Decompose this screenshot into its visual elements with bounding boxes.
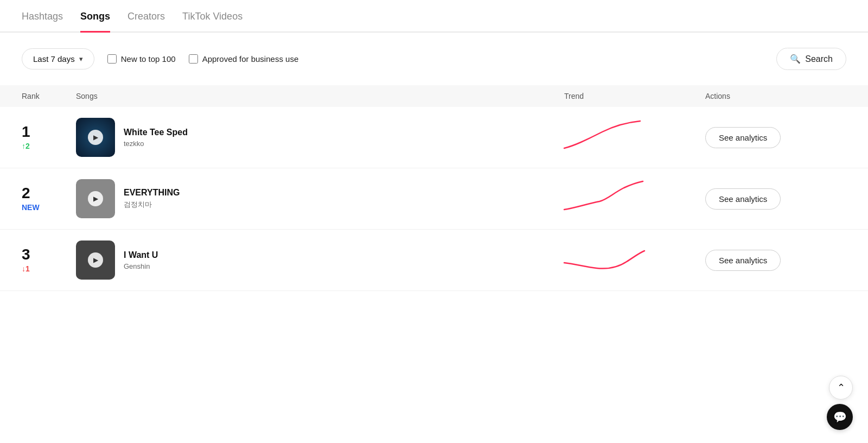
tab-hashtags[interactable]: Hashtags bbox=[22, 11, 63, 33]
song-artist: Genshin bbox=[124, 262, 158, 270]
song-info: White Tee Sped tezkko bbox=[124, 128, 188, 148]
rank-change: ↑2 bbox=[22, 142, 30, 150]
play-icon: ▶ bbox=[88, 252, 103, 268]
period-select[interactable]: Last 7 days ▾ bbox=[22, 48, 94, 69]
actions-cell-1: See analytics bbox=[705, 127, 846, 148]
song-info: EVERYTHING 검정치마 bbox=[124, 188, 180, 210]
col-trend: Trend bbox=[564, 92, 705, 100]
table-header: Rank Songs Trend Actions bbox=[0, 85, 868, 107]
rank-change: NEW bbox=[22, 203, 40, 212]
song-title: I Want U bbox=[124, 250, 158, 260]
tab-creators[interactable]: Creators bbox=[127, 11, 165, 33]
song-artist: tezkko bbox=[124, 140, 188, 148]
play-icon: ▶ bbox=[88, 191, 103, 206]
new-to-top-filter[interactable]: New to top 100 bbox=[107, 54, 176, 64]
song-cell-3: ▶ I Want U Genshin bbox=[76, 241, 564, 280]
song-cell-1: ▶ White Tee Sped tezkko bbox=[76, 118, 564, 157]
new-to-top-checkbox[interactable] bbox=[107, 54, 117, 64]
rank-change: ↓1 bbox=[22, 264, 30, 273]
trend-chart bbox=[564, 180, 651, 218]
play-icon: ▶ bbox=[88, 130, 103, 145]
col-rank: Rank bbox=[22, 92, 76, 100]
table-row: 3 ↓1 ▶ I Want U Genshin See analytics bbox=[0, 230, 868, 291]
col-actions: Actions bbox=[705, 92, 846, 100]
actions-cell-2: See analytics bbox=[705, 188, 846, 210]
tab-tiktok-videos[interactable]: TikTok Videos bbox=[182, 11, 242, 33]
rank-cell-3: 3 ↓1 bbox=[22, 247, 76, 273]
see-analytics-button[interactable]: See analytics bbox=[705, 250, 781, 271]
rank-number: 1 bbox=[22, 124, 30, 140]
see-analytics-button[interactable]: See analytics bbox=[705, 127, 781, 148]
filters-row: Last 7 days ▾ New to top 100 Approved fo… bbox=[0, 33, 868, 85]
trend-cell-1 bbox=[564, 118, 705, 156]
trend-chart bbox=[564, 118, 651, 156]
search-icon: 🔍 bbox=[790, 54, 801, 64]
see-analytics-button[interactable]: See analytics bbox=[705, 188, 781, 210]
rank-cell-2: 2 NEW bbox=[22, 186, 76, 212]
tab-songs[interactable]: Songs bbox=[80, 11, 110, 33]
trend-cell-2 bbox=[564, 180, 705, 218]
song-title: White Tee Sped bbox=[124, 128, 188, 137]
approved-business-filter[interactable]: Approved for business use bbox=[189, 54, 299, 64]
approved-business-label: Approved for business use bbox=[202, 54, 299, 64]
table-row: 2 NEW ▶ EVERYTHING 검정치마 See analytics bbox=[0, 168, 868, 230]
search-button[interactable]: 🔍 Search bbox=[776, 48, 846, 70]
song-artist: 검정치마 bbox=[124, 200, 180, 210]
song-cell-2: ▶ EVERYTHING 검정치마 bbox=[76, 179, 564, 218]
search-label: Search bbox=[805, 54, 833, 64]
approved-business-checkbox[interactable] bbox=[189, 54, 198, 64]
period-label: Last 7 days bbox=[33, 54, 75, 64]
nav-tabs: HashtagsSongsCreatorsTikTok Videos bbox=[0, 0, 868, 33]
trend-chart bbox=[564, 241, 651, 279]
songs-table: 1 ↑2 ▶ White Tee Sped tezkko See analyti… bbox=[0, 107, 868, 291]
trend-cell-3 bbox=[564, 241, 705, 279]
song-title: EVERYTHING bbox=[124, 188, 180, 198]
new-to-top-label: New to top 100 bbox=[121, 54, 176, 64]
song-thumbnail[interactable]: ▶ bbox=[76, 118, 115, 157]
col-songs: Songs bbox=[76, 92, 564, 100]
table-row: 1 ↑2 ▶ White Tee Sped tezkko See analyti… bbox=[0, 107, 868, 168]
song-thumbnail[interactable]: ▶ bbox=[76, 179, 115, 218]
song-info: I Want U Genshin bbox=[124, 250, 158, 270]
chevron-down-icon: ▾ bbox=[79, 55, 83, 63]
rank-number: 2 bbox=[22, 186, 30, 201]
rank-cell-1: 1 ↑2 bbox=[22, 124, 76, 150]
rank-number: 3 bbox=[22, 247, 30, 262]
song-thumbnail[interactable]: ▶ bbox=[76, 241, 115, 280]
actions-cell-3: See analytics bbox=[705, 250, 846, 271]
